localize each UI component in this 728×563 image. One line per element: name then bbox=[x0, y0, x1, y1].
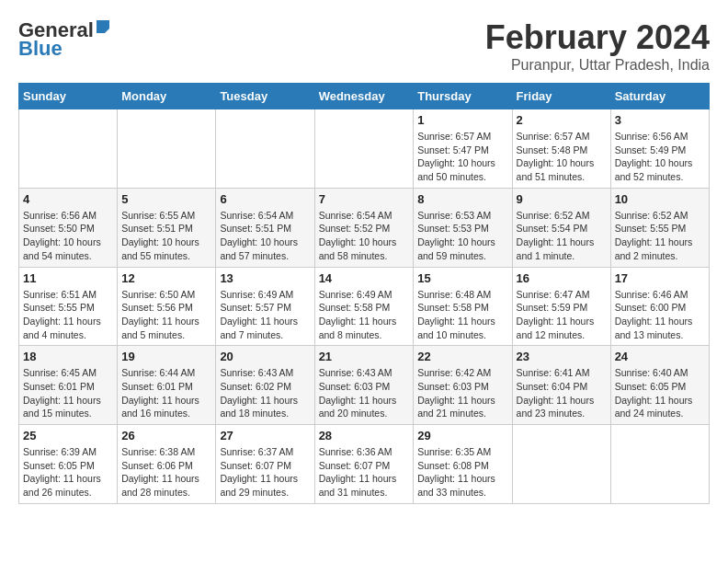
subtitle: Puranpur, Uttar Pradesh, India bbox=[485, 57, 710, 74]
day-info: Sunrise: 6:38 AMSunset: 6:06 PMDaylight:… bbox=[121, 445, 211, 500]
calendar-cell bbox=[118, 109, 216, 189]
title-block: February 2024 Puranpur, Uttar Pradesh, I… bbox=[485, 18, 710, 74]
day-number: 1 bbox=[417, 113, 507, 127]
calendar-cell: 9Sunrise: 6:52 AMSunset: 5:54 PMDaylight… bbox=[512, 188, 610, 267]
day-info: Sunrise: 6:56 AMSunset: 5:49 PMDaylight:… bbox=[615, 130, 705, 184]
day-number: 18 bbox=[23, 350, 113, 363]
week-row-2: 11Sunrise: 6:51 AMSunset: 5:55 PMDayligh… bbox=[19, 267, 710, 346]
calendar-cell: 7Sunrise: 6:54 AMSunset: 5:52 PMDaylight… bbox=[314, 188, 414, 267]
day-number: 9 bbox=[517, 192, 607, 206]
day-number: 8 bbox=[417, 192, 507, 206]
calendar-cell: 24Sunrise: 6:40 AMSunset: 6:05 PMDayligh… bbox=[610, 346, 709, 425]
day-info: Sunrise: 6:51 AMSunset: 5:55 PMDaylight:… bbox=[23, 288, 113, 342]
day-number: 24 bbox=[615, 350, 705, 363]
day-number: 26 bbox=[121, 429, 211, 442]
calendar-cell: 13Sunrise: 6:49 AMSunset: 5:57 PMDayligh… bbox=[216, 267, 314, 346]
main-title: February 2024 bbox=[485, 18, 710, 57]
day-number: 12 bbox=[121, 271, 211, 285]
day-info: Sunrise: 6:36 AMSunset: 6:07 PMDaylight:… bbox=[319, 445, 410, 500]
day-number: 19 bbox=[121, 350, 211, 363]
day-number: 3 bbox=[615, 113, 705, 127]
calendar-cell: 29Sunrise: 6:35 AMSunset: 6:08 PMDayligh… bbox=[414, 425, 512, 504]
calendar-cell: 18Sunrise: 6:45 AMSunset: 6:01 PMDayligh… bbox=[19, 346, 118, 425]
day-number: 4 bbox=[23, 192, 113, 206]
day-number: 16 bbox=[517, 271, 607, 285]
calendar-cell: 25Sunrise: 6:39 AMSunset: 6:05 PMDayligh… bbox=[19, 425, 118, 504]
svg-marker-0 bbox=[97, 20, 109, 33]
day-info: Sunrise: 6:45 AMSunset: 6:01 PMDaylight:… bbox=[23, 366, 113, 420]
week-row-1: 4Sunrise: 6:56 AMSunset: 5:50 PMDaylight… bbox=[19, 188, 710, 267]
calendar-cell: 8Sunrise: 6:53 AMSunset: 5:53 PMDaylight… bbox=[414, 188, 512, 267]
day-info: Sunrise: 6:41 AMSunset: 6:04 PMDaylight:… bbox=[517, 366, 607, 420]
calendar-cell: 1Sunrise: 6:57 AMSunset: 5:47 PMDaylight… bbox=[414, 109, 512, 189]
header-saturday: Saturday bbox=[610, 84, 709, 109]
calendar-cell: 4Sunrise: 6:56 AMSunset: 5:50 PMDaylight… bbox=[19, 188, 118, 267]
calendar-header: SundayMondayTuesdayWednesdayThursdayFrid… bbox=[19, 84, 710, 109]
day-info: Sunrise: 6:52 AMSunset: 5:54 PMDaylight:… bbox=[517, 209, 607, 263]
header-tuesday: Tuesday bbox=[216, 84, 314, 109]
day-info: Sunrise: 6:54 AMSunset: 5:51 PMDaylight:… bbox=[220, 209, 310, 263]
calendar-cell bbox=[19, 109, 118, 189]
calendar-cell bbox=[216, 109, 314, 189]
logo: General Blue bbox=[18, 18, 111, 61]
calendar-cell: 10Sunrise: 6:52 AMSunset: 5:55 PMDayligh… bbox=[610, 188, 709, 267]
day-number: 21 bbox=[319, 350, 410, 363]
day-info: Sunrise: 6:43 AMSunset: 6:02 PMDaylight:… bbox=[220, 366, 310, 420]
week-row-0: 1Sunrise: 6:57 AMSunset: 5:47 PMDaylight… bbox=[19, 109, 710, 189]
calendar-cell: 5Sunrise: 6:55 AMSunset: 5:51 PMDaylight… bbox=[118, 188, 216, 267]
calendar-cell: 14Sunrise: 6:49 AMSunset: 5:58 PMDayligh… bbox=[314, 267, 414, 346]
week-row-3: 18Sunrise: 6:45 AMSunset: 6:01 PMDayligh… bbox=[19, 346, 710, 425]
header-thursday: Thursday bbox=[414, 84, 512, 109]
calendar-body: 1Sunrise: 6:57 AMSunset: 5:47 PMDaylight… bbox=[19, 109, 710, 504]
calendar-table: SundayMondayTuesdayWednesdayThursdayFrid… bbox=[18, 83, 710, 504]
logo-blue: Blue bbox=[18, 37, 63, 61]
day-info: Sunrise: 6:43 AMSunset: 6:03 PMDaylight:… bbox=[319, 366, 410, 420]
day-number: 13 bbox=[220, 271, 310, 285]
day-info: Sunrise: 6:48 AMSunset: 5:58 PMDaylight:… bbox=[417, 288, 507, 342]
calendar-cell bbox=[314, 109, 414, 189]
day-number: 28 bbox=[319, 429, 410, 442]
calendar-cell: 3Sunrise: 6:56 AMSunset: 5:49 PMDaylight… bbox=[610, 109, 709, 189]
day-info: Sunrise: 6:57 AMSunset: 5:48 PMDaylight:… bbox=[517, 130, 607, 184]
calendar-cell: 21Sunrise: 6:43 AMSunset: 6:03 PMDayligh… bbox=[314, 346, 414, 425]
calendar-cell: 28Sunrise: 6:36 AMSunset: 6:07 PMDayligh… bbox=[314, 425, 414, 504]
day-info: Sunrise: 6:50 AMSunset: 5:56 PMDaylight:… bbox=[121, 288, 211, 342]
day-info: Sunrise: 6:39 AMSunset: 6:05 PMDaylight:… bbox=[23, 445, 113, 500]
calendar-cell: 26Sunrise: 6:38 AMSunset: 6:06 PMDayligh… bbox=[118, 425, 216, 504]
calendar-cell: 22Sunrise: 6:42 AMSunset: 6:03 PMDayligh… bbox=[414, 346, 512, 425]
day-number: 5 bbox=[121, 192, 211, 206]
day-number: 14 bbox=[319, 271, 410, 285]
calendar-cell: 16Sunrise: 6:47 AMSunset: 5:59 PMDayligh… bbox=[512, 267, 610, 346]
day-info: Sunrise: 6:53 AMSunset: 5:53 PMDaylight:… bbox=[417, 209, 507, 263]
header-sunday: Sunday bbox=[19, 84, 118, 109]
header-monday: Monday bbox=[118, 84, 216, 109]
header-friday: Friday bbox=[512, 84, 610, 109]
day-info: Sunrise: 6:35 AMSunset: 6:08 PMDaylight:… bbox=[417, 445, 507, 500]
day-info: Sunrise: 6:40 AMSunset: 6:05 PMDaylight:… bbox=[615, 366, 705, 420]
day-info: Sunrise: 6:54 AMSunset: 5:52 PMDaylight:… bbox=[319, 209, 410, 263]
day-info: Sunrise: 6:49 AMSunset: 5:58 PMDaylight:… bbox=[319, 288, 410, 342]
day-number: 15 bbox=[417, 271, 507, 285]
day-info: Sunrise: 6:37 AMSunset: 6:07 PMDaylight:… bbox=[220, 445, 310, 500]
day-info: Sunrise: 6:42 AMSunset: 6:03 PMDaylight:… bbox=[417, 366, 507, 420]
day-number: 6 bbox=[220, 192, 310, 206]
calendar-cell: 11Sunrise: 6:51 AMSunset: 5:55 PMDayligh… bbox=[19, 267, 118, 346]
day-number: 2 bbox=[517, 113, 607, 127]
day-number: 25 bbox=[23, 429, 113, 442]
day-info: Sunrise: 6:46 AMSunset: 6:00 PMDaylight:… bbox=[615, 288, 705, 342]
day-number: 29 bbox=[417, 429, 507, 442]
calendar-cell bbox=[610, 425, 709, 504]
day-info: Sunrise: 6:49 AMSunset: 5:57 PMDaylight:… bbox=[220, 288, 310, 342]
calendar-cell: 20Sunrise: 6:43 AMSunset: 6:02 PMDayligh… bbox=[216, 346, 314, 425]
day-info: Sunrise: 6:47 AMSunset: 5:59 PMDaylight:… bbox=[517, 288, 607, 342]
day-info: Sunrise: 6:55 AMSunset: 5:51 PMDaylight:… bbox=[121, 209, 211, 263]
day-info: Sunrise: 6:57 AMSunset: 5:47 PMDaylight:… bbox=[417, 130, 507, 184]
logo-icon bbox=[95, 18, 111, 35]
calendar-cell: 15Sunrise: 6:48 AMSunset: 5:58 PMDayligh… bbox=[414, 267, 512, 346]
calendar-cell: 2Sunrise: 6:57 AMSunset: 5:48 PMDaylight… bbox=[512, 109, 610, 189]
calendar-cell: 12Sunrise: 6:50 AMSunset: 5:56 PMDayligh… bbox=[118, 267, 216, 346]
day-number: 23 bbox=[517, 350, 607, 363]
calendar-cell: 23Sunrise: 6:41 AMSunset: 6:04 PMDayligh… bbox=[512, 346, 610, 425]
calendar-cell bbox=[512, 425, 610, 504]
day-info: Sunrise: 6:56 AMSunset: 5:50 PMDaylight:… bbox=[23, 209, 113, 263]
